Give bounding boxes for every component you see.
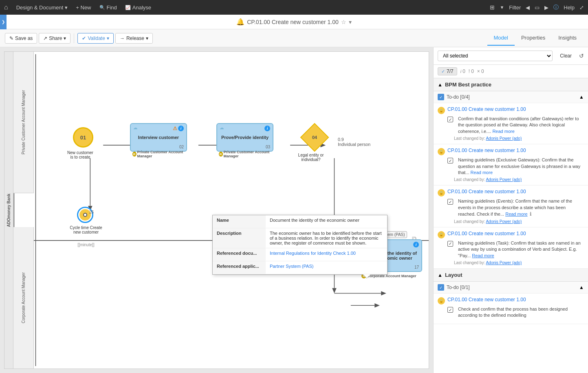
check-item-2: 🔒 CP.01.00 Create new customer 1.00 Nami… <box>434 144 588 185</box>
check-item-1-checkbox[interactable] <box>447 117 453 122</box>
release-dropdown-icon: ▾ <box>146 35 148 41</box>
int-event-26[interactable] <box>77 207 93 223</box>
tab-model[interactable]: Model <box>487 31 515 46</box>
subsection-layout-check-icon: ✓ <box>438 284 444 291</box>
subsection-todo-1[interactable]: ✓ To-do [0/4] ▲ <box>434 91 588 103</box>
dropdown-icon[interactable]: ▾ <box>349 19 352 25</box>
tooltip-popup: Name Document the identity of the econom… <box>212 215 388 275</box>
save-icon: ✎ <box>9 35 13 41</box>
flow-diagram-svg: 0.9 Individual person <box>4 52 429 369</box>
changed-link-1[interactable]: Adonis Power (ado) <box>486 136 522 141</box>
check-item-4-read-more[interactable]: Read more <box>472 253 494 258</box>
check-item-3-title[interactable]: CP.01.00 Create new customer 1.00 <box>447 189 526 194</box>
share-icon: ↗ <box>43 35 47 41</box>
validate-button[interactable]: ✔ Validate ▾ <box>77 33 113 44</box>
task-03-role: R Private Customer Account Manager <box>217 150 273 158</box>
layout-section-header[interactable]: ▲ Layout <box>434 269 588 282</box>
svg-text:Individual person: Individual person <box>338 142 370 147</box>
title-bar: ❯ 🔔 CP.01.00 Create new customer 1.00 ☆ … <box>0 15 588 29</box>
check-item-4-icon: 🔒 <box>438 231 445 238</box>
check-item-2-icon: 🔒 <box>438 148 445 155</box>
layout-section-collapse-icon: ▲ <box>438 272 443 278</box>
grid-icon[interactable]: ⊞ <box>490 4 495 11</box>
canvas-inner[interactable]: 0.9 Individual person ADOmoney Bank Priv… <box>4 51 429 369</box>
release-icon: → <box>120 35 125 41</box>
help-label[interactable]: Help <box>564 4 575 11</box>
design-document-nav[interactable]: Design & Document ▾ <box>16 4 68 11</box>
changed-link-3[interactable]: Adonis Power (ado) <box>486 219 522 224</box>
subsection-todo-2[interactable]: ✓ To-do [0/1] ▲ <box>434 282 588 294</box>
filter-icon[interactable]: ▼ <box>500 5 504 10</box>
check-item-layout-1-checkbox[interactable] <box>447 307 453 313</box>
svg-marker-10 <box>332 288 337 294</box>
info-small-icon: ℹ <box>530 211 532 217</box>
tooltip-app-link[interactable]: Partner System (PAS) <box>270 264 313 269</box>
layout-icon[interactable]: ▭ <box>535 4 540 11</box>
int-event-unit: [[minute]] <box>70 243 102 247</box>
top-nav: ⌂ Design & Document ▾ + New 🔍 Find 📈 Ana… <box>0 0 588 15</box>
filter-label[interactable]: Filter <box>509 4 521 11</box>
bpm-section-header[interactable]: ▲ BPM Best practice <box>434 78 588 91</box>
validate-icon: ✔ <box>82 35 86 41</box>
task-03-info-icon: i <box>264 126 270 131</box>
tooltip-doc-link[interactable]: Internal Regulations for Identity Check … <box>270 251 356 256</box>
check-item-3-changed: Last changed by: Adonis Power (ado) <box>454 219 584 224</box>
tooltip-app-row: Referenced applic... Partner System (PAS… <box>213 261 387 274</box>
new-button[interactable]: + New <box>76 4 91 11</box>
changed-link-4[interactable]: Adonis Power (ado) <box>486 260 522 265</box>
bell-icon: 🔔 <box>236 18 244 26</box>
toolbar-tabs: Model Properties Insights <box>487 31 583 46</box>
prev-icon[interactable]: ◀ <box>526 4 530 11</box>
check-item-4-title[interactable]: CP.01.00 Create new customer 1.00 <box>447 231 526 236</box>
changed-link-2[interactable]: Adonis Power (ado) <box>486 177 522 182</box>
toolbar: ✎ Save as ↗ Share ▾ ✔ Validate ▾ → Relea… <box>0 29 588 47</box>
check-item-layout-1-title[interactable]: CP.01.00 Create new customer 1.00 <box>447 297 526 302</box>
section-collapse-icon: ▲ <box>438 82 443 88</box>
tab-properties[interactable]: Properties <box>515 31 552 46</box>
gateway-04[interactable]: 04 <box>300 123 329 152</box>
top-nav-right: ⊞ ▼ Filter ◀ ▭ ▶ ⓘ Help ⤢ <box>490 4 584 11</box>
subsection-collapse-icon: ▲ <box>579 94 584 100</box>
clear-button[interactable]: Clear <box>556 51 576 60</box>
tab-insights[interactable]: Insights <box>552 31 583 46</box>
main-layout: 0.9 Individual person ADOmoney Bank Priv… <box>0 47 588 373</box>
sidebar-toggle[interactable]: ❯ <box>0 15 7 29</box>
panel-header: All selected Clear ↺ <box>434 47 588 65</box>
check-item-1-title[interactable]: CP.01.00 Create new customer 1.00 <box>447 106 526 112</box>
star-icon[interactable]: ☆ <box>341 19 346 25</box>
validate-dropdown-icon: ▾ <box>107 35 109 41</box>
task-02-role: R Private Customer Account Manager <box>131 150 186 158</box>
int-event-number: 26 <box>89 210 94 214</box>
home-icon[interactable]: ⌂ <box>4 4 8 11</box>
save-as-button[interactable]: ✎ Save as <box>5 33 37 44</box>
panel-section[interactable]: ▲ BPM Best practice ✓ To-do [0/4] ▲ 🔒 <box>434 78 588 373</box>
check-item-2-read-more[interactable]: Read more <box>471 170 493 175</box>
canvas-area[interactable]: 0.9 Individual person ADOmoney Bank Priv… <box>0 47 433 373</box>
refresh-button[interactable]: ↺ <box>579 53 584 59</box>
task-03[interactable]: ☁ i Prove/Provide identity 03 R Private … <box>216 123 273 152</box>
tooltip-tail-inner <box>363 274 370 278</box>
right-panel: All selected Clear ↺ ✓ 7/7 i 0 ! 0 × 0 <box>433 47 588 373</box>
svg-text:0.9: 0.9 <box>338 137 344 142</box>
info-icon[interactable]: ⓘ <box>553 4 559 11</box>
release-button[interactable]: → Release ▾ <box>115 33 153 44</box>
find-nav[interactable]: 🔍 Find <box>99 4 117 11</box>
warning-count-icon: ! <box>469 68 470 74</box>
analyse-nav[interactable]: 📈 Analyse <box>125 4 151 11</box>
check-item-3-checkbox[interactable] <box>447 199 453 205</box>
start-event-01[interactable]: 01 <box>73 127 93 148</box>
check-item-2-checkbox[interactable] <box>447 158 453 163</box>
task-02[interactable]: ☁ i ⚠ Interview customer 02 R Private Cu… <box>130 123 187 152</box>
share-button[interactable]: ↗ Share ▾ <box>39 33 70 44</box>
check-item-2-title[interactable]: CP.01.00 Create new customer 1.00 <box>447 148 526 153</box>
next-icon[interactable]: ▶ <box>544 4 548 11</box>
check-item-4-checkbox[interactable] <box>447 241 453 247</box>
gateway-04-label: Legal entity or individual? <box>295 153 327 162</box>
check-item-1-read-more[interactable]: Read more <box>492 129 514 134</box>
maximize-icon[interactable]: ⤢ <box>579 4 584 11</box>
check-item-1: 🔒 CP.01.00 Create new customer 1.00 Conf… <box>434 103 588 144</box>
check-item-3-icon: 🔒 <box>438 189 445 196</box>
tooltip-desc-row: Description The economic owner has to be… <box>213 228 387 248</box>
check-item-3-read-more[interactable]: Read more <box>505 212 527 216</box>
all-selected-dropdown[interactable]: All selected <box>438 51 553 61</box>
